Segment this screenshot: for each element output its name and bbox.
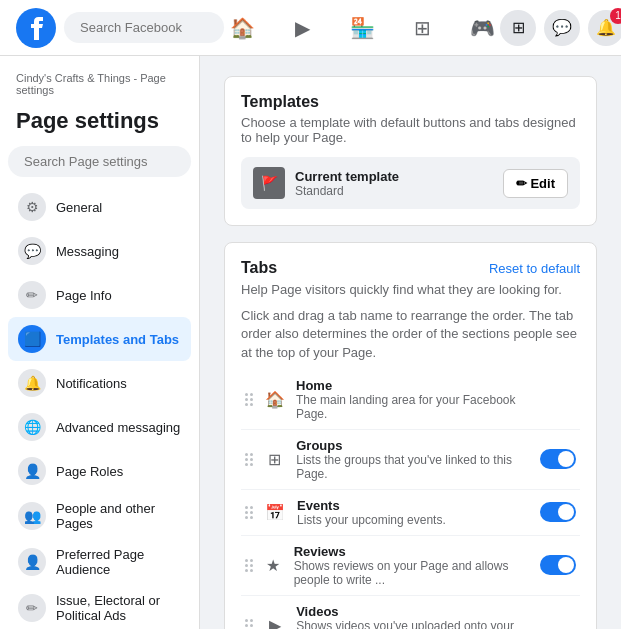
sidebar-label-preferred-audience: Preferred Page Audience	[56, 547, 181, 577]
sidebar-label-page-roles: Page Roles	[56, 464, 123, 479]
main-content: Templates Choose a template with default…	[200, 56, 621, 629]
sidebar-icon-general: ⚙	[18, 193, 46, 221]
top-navigation: 🏠 ▶ 🏪 ⊞ 🎮 ⊞ 💬 🔔 1 ▼	[0, 0, 621, 56]
nav-right: ⊞ 💬 🔔 1 ▼	[500, 10, 621, 46]
sidebar-label-people-pages: People and other Pages	[56, 501, 181, 531]
tab-desc-events: Lists your upcoming events.	[297, 513, 446, 527]
tab-toggle-groups[interactable]	[540, 449, 576, 469]
templates-desc: Choose a template with default buttons a…	[241, 115, 580, 145]
sidebar-icon-advanced-messaging: 🌐	[18, 413, 46, 441]
templates-card: Templates Choose a template with default…	[224, 76, 597, 226]
home-nav-icon[interactable]: 🏠	[224, 10, 260, 46]
sidebar-icon-page-roles: 👤	[18, 457, 46, 485]
sidebar-item-issue-electoral[interactable]: ✏ Issue, Electoral or Political Ads	[8, 585, 191, 629]
sidebar-icon-preferred-audience: 👤	[18, 548, 46, 576]
tabs-header: Tabs Reset to default	[241, 259, 580, 277]
sidebar-label-messaging: Messaging	[56, 244, 119, 259]
tab-left-reviews: ★ Reviews Shows reviews on your Page and…	[245, 544, 540, 587]
nav-left	[16, 8, 224, 48]
sidebar-icon-issue-electoral: ✏	[18, 594, 46, 622]
template-icon: 🚩	[253, 167, 285, 199]
watch-nav-icon[interactable]: ▶	[284, 10, 320, 46]
tab-icon-videos: ▶	[261, 611, 288, 629]
gaming-nav-icon[interactable]: 🎮	[464, 10, 500, 46]
breadcrumb: Cindy's Crafts & Things - Page settings	[8, 68, 191, 104]
drag-handle-videos[interactable]	[245, 619, 253, 629]
tab-name-events: Events	[297, 498, 446, 513]
apps-button[interactable]: ⊞	[500, 10, 536, 46]
sidebar-label-templates-tabs: Templates and Tabs	[56, 332, 179, 347]
sidebar-icon-notifications: 🔔	[18, 369, 46, 397]
tab-left-home: 🏠 Home The main landing area for your Fa…	[245, 378, 541, 421]
tab-info-videos: Videos Shows videos you've uploaded onto…	[296, 604, 541, 629]
tab-item-groups: ⊞ Groups Lists the groups that you've li…	[241, 430, 580, 490]
sidebar-item-advanced-messaging[interactable]: 🌐 Advanced messaging	[8, 405, 191, 449]
sidebar: Cindy's Crafts & Things - Page settings …	[0, 56, 200, 629]
tab-icon-groups: ⊞	[261, 445, 288, 473]
tabs-card: Tabs Reset to default Help Page visitors…	[224, 242, 597, 629]
tab-toggle-reviews[interactable]	[540, 555, 576, 575]
tab-icon-home: 🏠	[261, 385, 288, 413]
tab-item-home: 🏠 Home The main landing area for your Fa…	[241, 370, 580, 430]
edit-template-button[interactable]: ✏ Edit	[503, 169, 568, 198]
sidebar-icon-templates-tabs: 🟦	[18, 325, 46, 353]
sidebar-icon-messaging: 💬	[18, 237, 46, 265]
template-info: Current template Standard	[295, 169, 399, 198]
tabs-desc2: Click and drag a tab name to rearrange t…	[241, 307, 580, 362]
drag-handle-events[interactable]	[245, 506, 253, 519]
tab-desc-groups: Lists the groups that you've linked to t…	[296, 453, 540, 481]
tab-item-videos: ▶ Videos Shows videos you've uploaded on…	[241, 596, 580, 629]
tab-name-reviews: Reviews	[294, 544, 540, 559]
reset-to-default-link[interactable]: Reset to default	[489, 261, 580, 276]
tab-left-events: 📅 Events Lists your upcoming events.	[245, 498, 446, 527]
sidebar-item-page-info[interactable]: ✏ Page Info	[8, 273, 191, 317]
tab-left-groups: ⊞ Groups Lists the groups that you've li…	[245, 438, 540, 481]
tab-desc-home: The main landing area for your Facebook …	[296, 393, 541, 421]
tab-item-events: 📅 Events Lists your upcoming events.	[241, 490, 580, 536]
drag-handle-reviews[interactable]	[245, 559, 253, 572]
sidebar-search-input[interactable]	[8, 146, 191, 177]
facebook-logo	[16, 8, 56, 48]
tab-info-home: Home The main landing area for your Face…	[296, 378, 541, 421]
template-row: 🚩 Current template Standard ✏ Edit	[241, 157, 580, 209]
sidebar-item-preferred-audience[interactable]: 👤 Preferred Page Audience	[8, 539, 191, 585]
template-left: 🚩 Current template Standard	[253, 167, 399, 199]
main-layout: Cindy's Crafts & Things - Page settings …	[0, 56, 621, 629]
template-type: Standard	[295, 184, 399, 198]
tab-info-groups: Groups Lists the groups that you've link…	[296, 438, 540, 481]
page-title: Page settings	[8, 104, 191, 146]
tab-name-home: Home	[296, 378, 541, 393]
sidebar-item-templates-tabs[interactable]: 🟦 Templates and Tabs	[8, 317, 191, 361]
sidebar-item-general[interactable]: ⚙ General	[8, 185, 191, 229]
sidebar-icon-people-pages: 👥	[18, 502, 46, 530]
sidebar-item-notifications[interactable]: 🔔 Notifications	[8, 361, 191, 405]
sidebar-item-messaging[interactable]: 💬 Messaging	[8, 229, 191, 273]
tab-info-events: Events Lists your upcoming events.	[297, 498, 446, 527]
tab-item-reviews: ★ Reviews Shows reviews on your Page and…	[241, 536, 580, 596]
template-name: Current template	[295, 169, 399, 184]
sidebar-label-issue-electoral: Issue, Electoral or Political Ads	[56, 593, 181, 623]
sidebar-item-page-roles[interactable]: 👤 Page Roles	[8, 449, 191, 493]
sidebar-item-people-pages[interactable]: 👥 People and other Pages	[8, 493, 191, 539]
sidebar-label-general: General	[56, 200, 102, 215]
tab-info-reviews: Reviews Shows reviews on your Page and a…	[294, 544, 540, 587]
messenger-button[interactable]: 💬	[544, 10, 580, 46]
notification-badge: 1	[610, 8, 621, 24]
groups-nav-icon[interactable]: ⊞	[404, 10, 440, 46]
notifications-button[interactable]: 🔔 1	[588, 10, 621, 46]
nav-search-input[interactable]	[64, 12, 224, 43]
drag-handle-groups[interactable]	[245, 453, 253, 466]
tab-desc-reviews: Shows reviews on your Page and allows pe…	[294, 559, 540, 587]
sidebar-icon-page-info: ✏	[18, 281, 46, 309]
sidebar-label-page-info: Page Info	[56, 288, 112, 303]
tab-name-groups: Groups	[296, 438, 540, 453]
sidebar-label-advanced-messaging: Advanced messaging	[56, 420, 180, 435]
sidebar-label-notifications: Notifications	[56, 376, 127, 391]
tab-icon-reviews: ★	[261, 551, 286, 579]
tab-left-videos: ▶ Videos Shows videos you've uploaded on…	[245, 604, 541, 629]
marketplace-nav-icon[interactable]: 🏪	[344, 10, 380, 46]
tabs-section-title: Tabs	[241, 259, 277, 277]
drag-handle-home[interactable]	[245, 393, 253, 406]
tab-toggle-events[interactable]	[540, 502, 576, 522]
tab-name-videos: Videos	[296, 604, 541, 619]
